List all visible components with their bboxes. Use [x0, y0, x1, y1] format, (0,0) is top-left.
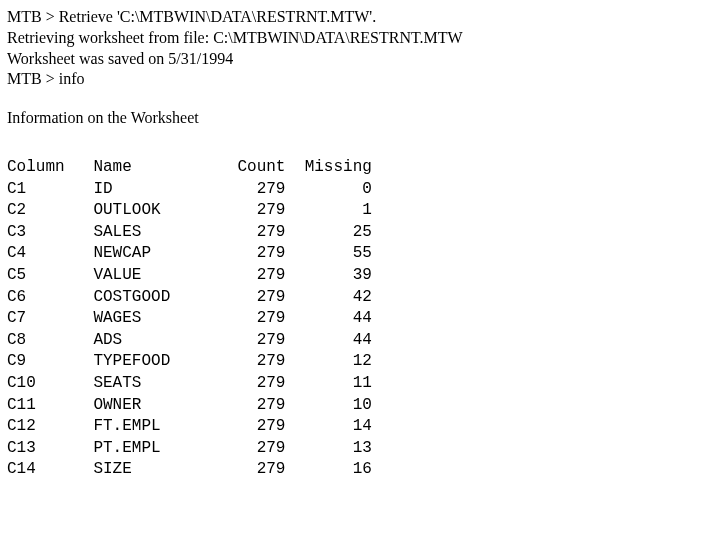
worksheet-info-table: Column Name Count Missing C1 ID 279 0 C2… [7, 157, 713, 481]
command-output-block: MTB > Retrieve 'C:\MTBWIN\DATA\RESTRNT.M… [7, 7, 713, 90]
retrieving-message: Retrieving worksheet from file: C:\MTBWI… [7, 28, 713, 49]
prompt-line-info: MTB > info [7, 69, 713, 90]
prompt-line-retrieve: MTB > Retrieve 'C:\MTBWIN\DATA\RESTRNT.M… [7, 7, 713, 28]
saved-date-message: Worksheet was saved on 5/31/1994 [7, 49, 713, 70]
info-title: Information on the Worksheet [7, 108, 713, 129]
